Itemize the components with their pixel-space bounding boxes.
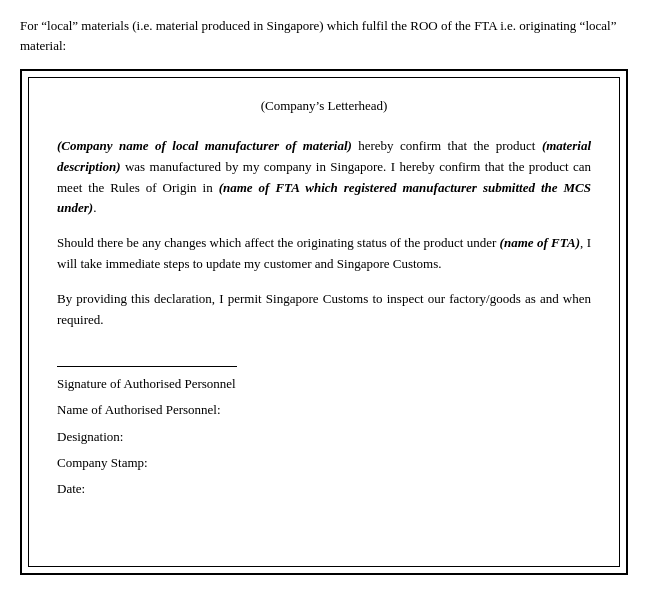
letter-body: (Company name of local manufacturer of m… (57, 136, 591, 330)
sig-of-label: Signature of Authorised Personnel (57, 373, 591, 395)
stamp-label: Company Stamp: (57, 452, 591, 474)
body-p1-text1: hereby confirm that the product (352, 138, 542, 153)
signature-line (57, 366, 237, 367)
letter-inner: (Company’s Letterhead) (Company name of … (28, 77, 620, 567)
date-label: Date: (57, 478, 591, 500)
intro-text: For “local” materials (i.e. material pro… (20, 16, 628, 55)
signature-section: Signature of Authorised Personnel Name o… (57, 366, 591, 499)
designation-label: Designation: (57, 426, 591, 448)
body-p1-text3: . (93, 200, 96, 215)
letter-box: (Company’s Letterhead) (Company name of … (20, 69, 628, 575)
company-name-placeholder: (Company name of local manufacturer of m… (57, 138, 352, 153)
body-p2-text1: Should there be any changes which affect… (57, 235, 500, 250)
name-label: Name of Authorised Personnel: (57, 399, 591, 421)
body-paragraph-2: Should there be any changes which affect… (57, 233, 591, 275)
body-paragraph-1: (Company name of local manufacturer of m… (57, 136, 591, 219)
letterhead-title: (Company’s Letterhead) (57, 98, 591, 114)
fta-name-placeholder-2: (name of FTA) (500, 235, 580, 250)
body-paragraph-3: By providing this declaration, I permit … (57, 289, 591, 331)
